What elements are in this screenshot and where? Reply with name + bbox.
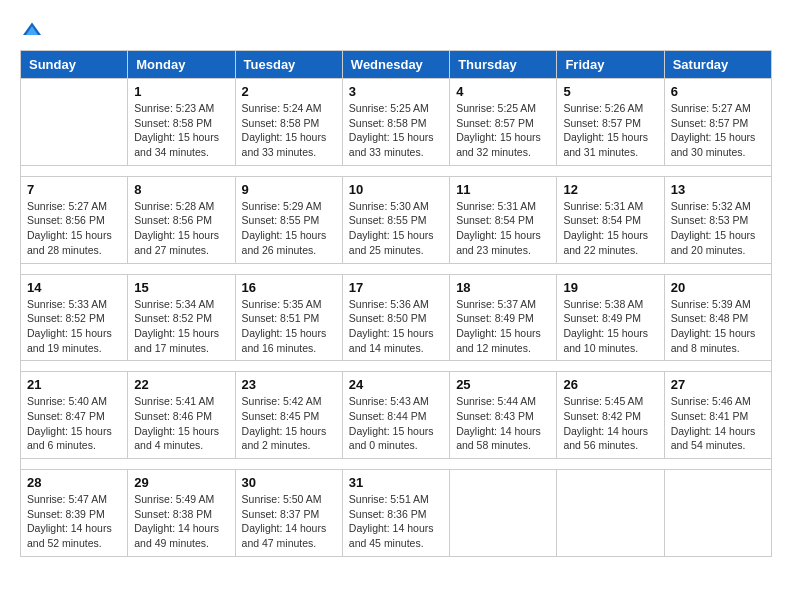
- day-number: 23: [242, 377, 336, 392]
- column-header-sunday: Sunday: [21, 51, 128, 79]
- calendar-cell: 8Sunrise: 5:28 AMSunset: 8:56 PMDaylight…: [128, 176, 235, 263]
- day-number: 30: [242, 475, 336, 490]
- day-number: 4: [456, 84, 550, 99]
- day-number: 5: [563, 84, 657, 99]
- day-info: Sunrise: 5:27 AMSunset: 8:57 PMDaylight:…: [671, 101, 765, 160]
- day-info: Sunrise: 5:25 AMSunset: 8:58 PMDaylight:…: [349, 101, 443, 160]
- calendar-cell: 9Sunrise: 5:29 AMSunset: 8:55 PMDaylight…: [235, 176, 342, 263]
- calendar-week-4: 21Sunrise: 5:40 AMSunset: 8:47 PMDayligh…: [21, 372, 772, 459]
- day-info: Sunrise: 5:51 AMSunset: 8:36 PMDaylight:…: [349, 492, 443, 551]
- day-number: 28: [27, 475, 121, 490]
- calendar-cell: 11Sunrise: 5:31 AMSunset: 8:54 PMDayligh…: [450, 176, 557, 263]
- day-number: 14: [27, 280, 121, 295]
- column-header-friday: Friday: [557, 51, 664, 79]
- day-number: 1: [134, 84, 228, 99]
- day-info: Sunrise: 5:40 AMSunset: 8:47 PMDaylight:…: [27, 394, 121, 453]
- calendar-cell: 31Sunrise: 5:51 AMSunset: 8:36 PMDayligh…: [342, 470, 449, 557]
- calendar-header-row: SundayMondayTuesdayWednesdayThursdayFrid…: [21, 51, 772, 79]
- calendar-table: SundayMondayTuesdayWednesdayThursdayFrid…: [20, 50, 772, 557]
- calendar-cell: 15Sunrise: 5:34 AMSunset: 8:52 PMDayligh…: [128, 274, 235, 361]
- calendar-cell: 23Sunrise: 5:42 AMSunset: 8:45 PMDayligh…: [235, 372, 342, 459]
- day-info: Sunrise: 5:26 AMSunset: 8:57 PMDaylight:…: [563, 101, 657, 160]
- day-number: 26: [563, 377, 657, 392]
- calendar-cell: 24Sunrise: 5:43 AMSunset: 8:44 PMDayligh…: [342, 372, 449, 459]
- day-info: Sunrise: 5:37 AMSunset: 8:49 PMDaylight:…: [456, 297, 550, 356]
- column-header-wednesday: Wednesday: [342, 51, 449, 79]
- day-number: 16: [242, 280, 336, 295]
- calendar-cell: 26Sunrise: 5:45 AMSunset: 8:42 PMDayligh…: [557, 372, 664, 459]
- day-info: Sunrise: 5:33 AMSunset: 8:52 PMDaylight:…: [27, 297, 121, 356]
- day-info: Sunrise: 5:24 AMSunset: 8:58 PMDaylight:…: [242, 101, 336, 160]
- day-number: 15: [134, 280, 228, 295]
- calendar-cell: 18Sunrise: 5:37 AMSunset: 8:49 PMDayligh…: [450, 274, 557, 361]
- day-info: Sunrise: 5:49 AMSunset: 8:38 PMDaylight:…: [134, 492, 228, 551]
- day-number: 24: [349, 377, 443, 392]
- day-number: 10: [349, 182, 443, 197]
- day-number: 25: [456, 377, 550, 392]
- calendar-cell: 12Sunrise: 5:31 AMSunset: 8:54 PMDayligh…: [557, 176, 664, 263]
- day-info: Sunrise: 5:42 AMSunset: 8:45 PMDaylight:…: [242, 394, 336, 453]
- day-number: 20: [671, 280, 765, 295]
- calendar-cell: [450, 470, 557, 557]
- day-info: Sunrise: 5:45 AMSunset: 8:42 PMDaylight:…: [563, 394, 657, 453]
- calendar-cell: 22Sunrise: 5:41 AMSunset: 8:46 PMDayligh…: [128, 372, 235, 459]
- logo-icon: [22, 20, 42, 40]
- calendar-cell: 6Sunrise: 5:27 AMSunset: 8:57 PMDaylight…: [664, 79, 771, 166]
- calendar-cell: [664, 470, 771, 557]
- day-info: Sunrise: 5:38 AMSunset: 8:49 PMDaylight:…: [563, 297, 657, 356]
- day-info: Sunrise: 5:32 AMSunset: 8:53 PMDaylight:…: [671, 199, 765, 258]
- calendar-cell: 4Sunrise: 5:25 AMSunset: 8:57 PMDaylight…: [450, 79, 557, 166]
- calendar-cell: 28Sunrise: 5:47 AMSunset: 8:39 PMDayligh…: [21, 470, 128, 557]
- calendar-cell: 20Sunrise: 5:39 AMSunset: 8:48 PMDayligh…: [664, 274, 771, 361]
- calendar-cell: 14Sunrise: 5:33 AMSunset: 8:52 PMDayligh…: [21, 274, 128, 361]
- calendar-body: 1Sunrise: 5:23 AMSunset: 8:58 PMDaylight…: [21, 79, 772, 557]
- day-number: 8: [134, 182, 228, 197]
- day-number: 13: [671, 182, 765, 197]
- day-number: 22: [134, 377, 228, 392]
- day-number: 18: [456, 280, 550, 295]
- day-info: Sunrise: 5:35 AMSunset: 8:51 PMDaylight:…: [242, 297, 336, 356]
- day-number: 6: [671, 84, 765, 99]
- column-header-saturday: Saturday: [664, 51, 771, 79]
- week-separator: [21, 263, 772, 274]
- day-info: Sunrise: 5:23 AMSunset: 8:58 PMDaylight:…: [134, 101, 228, 160]
- day-number: 21: [27, 377, 121, 392]
- day-info: Sunrise: 5:30 AMSunset: 8:55 PMDaylight:…: [349, 199, 443, 258]
- day-info: Sunrise: 5:36 AMSunset: 8:50 PMDaylight:…: [349, 297, 443, 356]
- day-number: 11: [456, 182, 550, 197]
- calendar-cell: 19Sunrise: 5:38 AMSunset: 8:49 PMDayligh…: [557, 274, 664, 361]
- day-info: Sunrise: 5:25 AMSunset: 8:57 PMDaylight:…: [456, 101, 550, 160]
- column-header-thursday: Thursday: [450, 51, 557, 79]
- day-info: Sunrise: 5:41 AMSunset: 8:46 PMDaylight:…: [134, 394, 228, 453]
- column-header-tuesday: Tuesday: [235, 51, 342, 79]
- calendar-cell: [21, 79, 128, 166]
- day-info: Sunrise: 5:50 AMSunset: 8:37 PMDaylight:…: [242, 492, 336, 551]
- calendar-cell: 16Sunrise: 5:35 AMSunset: 8:51 PMDayligh…: [235, 274, 342, 361]
- calendar-cell: 3Sunrise: 5:25 AMSunset: 8:58 PMDaylight…: [342, 79, 449, 166]
- logo: [20, 20, 42, 40]
- calendar-cell: 2Sunrise: 5:24 AMSunset: 8:58 PMDaylight…: [235, 79, 342, 166]
- day-number: 7: [27, 182, 121, 197]
- day-number: 19: [563, 280, 657, 295]
- day-info: Sunrise: 5:29 AMSunset: 8:55 PMDaylight:…: [242, 199, 336, 258]
- day-info: Sunrise: 5:43 AMSunset: 8:44 PMDaylight:…: [349, 394, 443, 453]
- calendar-cell: 21Sunrise: 5:40 AMSunset: 8:47 PMDayligh…: [21, 372, 128, 459]
- week-separator: [21, 165, 772, 176]
- calendar-cell: 30Sunrise: 5:50 AMSunset: 8:37 PMDayligh…: [235, 470, 342, 557]
- calendar-cell: 27Sunrise: 5:46 AMSunset: 8:41 PMDayligh…: [664, 372, 771, 459]
- day-number: 3: [349, 84, 443, 99]
- day-number: 9: [242, 182, 336, 197]
- day-info: Sunrise: 5:28 AMSunset: 8:56 PMDaylight:…: [134, 199, 228, 258]
- day-number: 29: [134, 475, 228, 490]
- week-separator: [21, 361, 772, 372]
- day-info: Sunrise: 5:27 AMSunset: 8:56 PMDaylight:…: [27, 199, 121, 258]
- day-number: 2: [242, 84, 336, 99]
- calendar-cell: [557, 470, 664, 557]
- day-info: Sunrise: 5:31 AMSunset: 8:54 PMDaylight:…: [563, 199, 657, 258]
- day-number: 27: [671, 377, 765, 392]
- day-info: Sunrise: 5:44 AMSunset: 8:43 PMDaylight:…: [456, 394, 550, 453]
- day-info: Sunrise: 5:46 AMSunset: 8:41 PMDaylight:…: [671, 394, 765, 453]
- page-header: [20, 20, 772, 40]
- day-info: Sunrise: 5:47 AMSunset: 8:39 PMDaylight:…: [27, 492, 121, 551]
- day-info: Sunrise: 5:39 AMSunset: 8:48 PMDaylight:…: [671, 297, 765, 356]
